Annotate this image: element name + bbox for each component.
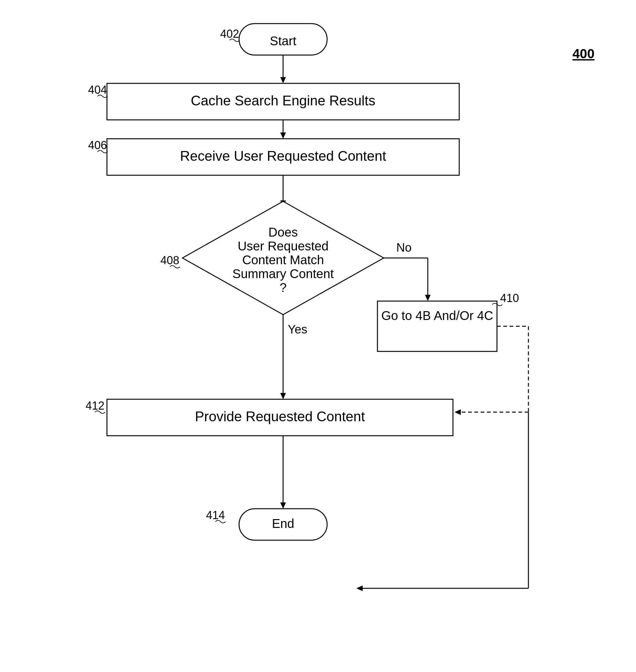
end-node-label: End	[272, 517, 294, 530]
svg-marker-5	[280, 133, 286, 139]
svg-marker-27	[280, 393, 286, 399]
decision-node-label: Does	[268, 225, 298, 239]
svg-marker-21	[455, 409, 461, 415]
end-node-id: 414	[206, 509, 225, 521]
svg-marker-30	[280, 502, 286, 509]
svg-text:Content Match: Content Match	[242, 253, 324, 267]
goto-node-label: Go to 4B And/Or 4C	[381, 309, 493, 322]
cache-node-label: Cache Search Engine Results	[191, 93, 376, 108]
svg-marker-24	[356, 586, 363, 591]
start-node-id: 402	[220, 27, 239, 40]
svg-marker-1	[280, 77, 286, 83]
no-label: No	[396, 241, 412, 254]
svg-text:?: ?	[280, 281, 286, 295]
provide-node-id: 412	[85, 399, 104, 412]
svg-text:Summary Content: Summary Content	[233, 267, 334, 281]
flowchart-diagram: 400 Start 402 Cache Search Engine Result…	[0, 0, 636, 672]
goto-node-id: 410	[500, 292, 519, 304]
start-node-label: Start	[270, 34, 296, 48]
receive-node-id: 406	[88, 139, 107, 152]
svg-marker-16	[425, 295, 431, 301]
yes-label: Yes	[288, 323, 307, 336]
provide-node-label: Provide Requested Content	[195, 409, 365, 424]
svg-text:User Requested: User Requested	[237, 239, 329, 253]
receive-node-label: Receive User Requested Content	[180, 148, 386, 164]
diagram-reference: 400	[573, 46, 595, 61]
decision-node-id: 408	[160, 254, 179, 267]
cache-node-id: 404	[88, 83, 107, 96]
